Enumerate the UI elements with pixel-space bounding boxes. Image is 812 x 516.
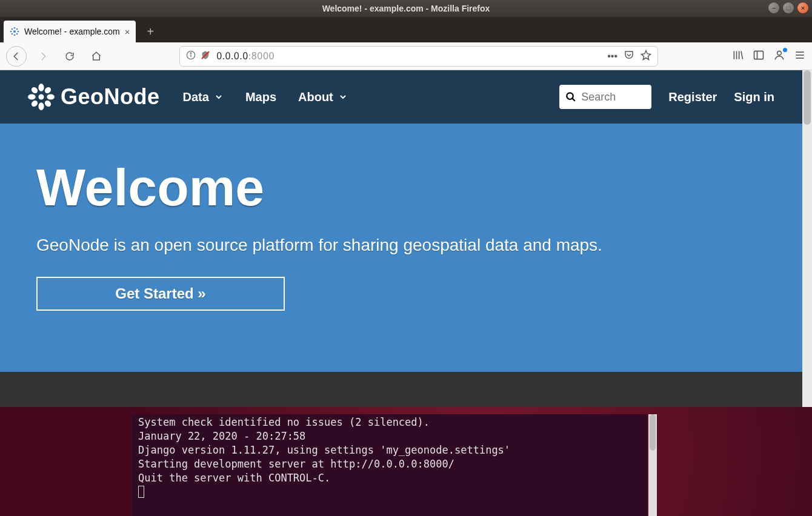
- menu-item-label: Data: [183, 90, 209, 104]
- svg-point-5: [12, 28, 13, 30]
- url-bar[interactable]: 0.0.0.0:8000 •••: [179, 46, 658, 67]
- chevron-down-icon: [214, 92, 224, 102]
- terminal-scrollbar[interactable]: [648, 414, 657, 516]
- hero-title: Welcome: [36, 157, 766, 217]
- svg-point-7: [12, 33, 13, 35]
- site-navbar: GeoNode Data Maps About: [0, 70, 802, 124]
- svg-point-28: [30, 86, 39, 94]
- tracking-shield-icon[interactable]: [201, 50, 210, 62]
- site-nav-right: Register Sign in: [559, 85, 774, 109]
- nav-forward-button[interactable]: [33, 46, 53, 67]
- site-brand[interactable]: GeoNode: [28, 84, 160, 110]
- svg-point-29: [44, 86, 52, 94]
- pocket-icon[interactable]: [624, 50, 634, 63]
- menu-item-label: Maps: [245, 90, 276, 104]
- svg-rect-17: [754, 51, 764, 59]
- menu-item-data[interactable]: Data: [183, 90, 224, 104]
- window-titlebar: Welcome! - example.com - Mozilla Firefox…: [0, 0, 812, 17]
- favicon-icon: [10, 27, 19, 36]
- svg-point-32: [567, 93, 574, 99]
- get-started-button[interactable]: Get Started »: [36, 277, 285, 311]
- browser-viewport: GeoNode Data Maps About: [0, 70, 812, 407]
- nav-home-button[interactable]: [86, 46, 107, 67]
- tab-close-button[interactable]: ×: [125, 27, 130, 37]
- terminal-line: System check identified no issues (2 sil…: [138, 416, 430, 428]
- svg-line-16: [741, 51, 743, 59]
- svg-point-31: [44, 99, 52, 108]
- nav-back-button[interactable]: [6, 46, 27, 67]
- svg-point-25: [38, 102, 44, 110]
- site-search[interactable]: [559, 85, 651, 109]
- svg-point-6: [16, 28, 18, 30]
- library-icon[interactable]: [732, 49, 744, 64]
- page-scrollbar[interactable]: [802, 70, 812, 407]
- url-port: :8000: [248, 51, 274, 62]
- sidebar-icon[interactable]: [753, 49, 765, 64]
- svg-point-8: [16, 33, 18, 35]
- nav-reload-button[interactable]: [59, 46, 80, 67]
- svg-point-30: [30, 99, 39, 108]
- browser-nav-toolbar: 0.0.0.0:8000 •••: [0, 42, 812, 70]
- site-search-input[interactable]: [581, 91, 645, 104]
- window-maximize-button[interactable]: □: [783, 2, 794, 13]
- svg-point-3: [10, 31, 12, 33]
- window-title: Welcome! - example.com - Mozilla Firefox: [322, 4, 490, 13]
- svg-point-26: [28, 94, 36, 99]
- svg-point-19: [777, 51, 782, 55]
- site-info-icon[interactable]: [186, 50, 196, 62]
- terminal-line: Starting development server at http://0.…: [138, 458, 454, 470]
- svg-point-23: [38, 94, 44, 99]
- svg-point-0: [13, 30, 16, 33]
- url-host: 0.0.0.0: [216, 51, 248, 62]
- terminal-scroll-thumb[interactable]: [650, 414, 656, 451]
- window-controls: – □ ×: [768, 2, 808, 13]
- terminal-line: Django version 1.11.27, using settings '…: [138, 444, 510, 456]
- menu-item-maps[interactable]: Maps: [245, 90, 276, 104]
- menu-item-label: About: [298, 90, 333, 104]
- browser-right-tools: [732, 49, 806, 64]
- site-footer-strip: [0, 372, 802, 407]
- hero-subtitle: GeoNode is an open source platform for s…: [36, 236, 766, 255]
- browser-tab[interactable]: Welcome! - example.com ×: [4, 21, 136, 42]
- svg-point-2: [14, 35, 16, 36]
- terminal-line: Quit the server with CONTROL-C.: [138, 472, 330, 484]
- svg-point-4: [18, 31, 19, 33]
- register-link[interactable]: Register: [668, 90, 717, 104]
- page-scroll-thumb[interactable]: [804, 70, 811, 125]
- hero-section: Welcome GeoNode is an open source platfo…: [0, 124, 802, 372]
- bookmark-star-icon[interactable]: [641, 50, 651, 63]
- geonode-logo-icon: [28, 84, 55, 110]
- site-brand-text: GeoNode: [61, 84, 160, 110]
- terminal-line: January 22, 2020 - 20:27:58: [138, 430, 305, 442]
- search-icon: [565, 91, 576, 102]
- menu-item-about[interactable]: About: [298, 90, 348, 104]
- url-actions: •••: [607, 50, 651, 63]
- account-icon[interactable]: [773, 49, 785, 64]
- browser-tabstrip: Welcome! - example.com × +: [0, 17, 812, 42]
- terminal-cursor: [138, 486, 144, 498]
- new-tab-button[interactable]: +: [139, 21, 161, 42]
- window-close-button[interactable]: ×: [797, 2, 808, 13]
- url-text: 0.0.0.0:8000: [216, 51, 275, 62]
- svg-point-24: [38, 84, 44, 91]
- hamburger-menu-icon[interactable]: [794, 49, 806, 64]
- browser-tab-label: Welcome! - example.com: [24, 27, 120, 36]
- chevron-down-icon: [338, 92, 348, 102]
- svg-point-11: [190, 53, 191, 53]
- terminal[interactable]: System check identified no issues (2 sil…: [132, 414, 647, 516]
- site-menu: Data Maps About: [183, 90, 348, 104]
- window-minimize-button[interactable]: –: [768, 2, 779, 13]
- page-actions-icon[interactable]: •••: [607, 51, 617, 62]
- signin-link[interactable]: Sign in: [734, 90, 774, 104]
- svg-line-33: [573, 98, 576, 101]
- svg-point-27: [47, 94, 55, 99]
- desktop-area: System check identified no issues (2 sil…: [0, 407, 812, 516]
- svg-point-1: [14, 27, 16, 29]
